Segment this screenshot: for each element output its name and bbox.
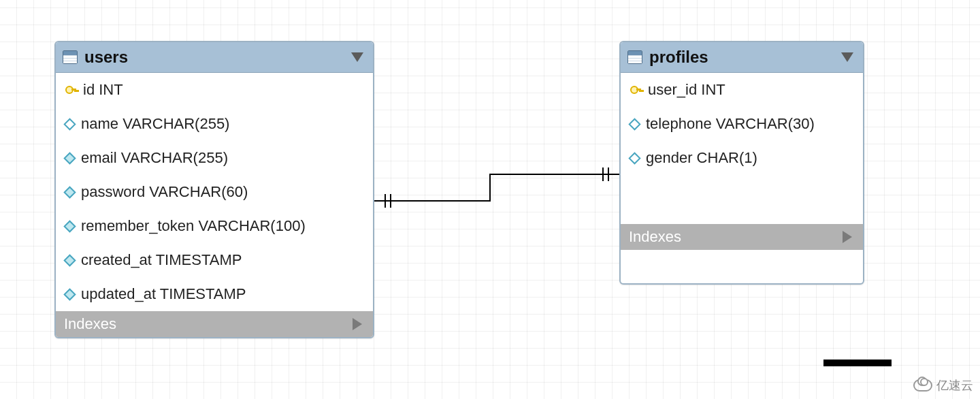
key-icon [65, 84, 76, 95]
column-row[interactable]: remember_token VARCHAR(100) [56, 209, 373, 243]
diamond-icon [628, 118, 640, 130]
column-label: telephone VARCHAR(30) [646, 115, 815, 133]
column-row[interactable]: user_id INT [621, 73, 863, 107]
collapse-icon[interactable] [841, 52, 853, 62]
entity-users-indexes[interactable]: Indexes [56, 311, 373, 337]
watermark: 亿速云 [913, 377, 973, 394]
column-row[interactable]: telephone VARCHAR(30) [621, 107, 863, 141]
entity-users-columns: id INT name VARCHAR(255) email VARCHAR(2… [56, 73, 373, 311]
expand-icon [353, 318, 362, 330]
entity-users[interactable]: users id INT name VARCHAR(255) email VAR… [54, 41, 374, 338]
indexes-label: Indexes [64, 315, 116, 333]
expand-icon [843, 231, 852, 243]
diamond-icon [628, 152, 640, 164]
diamond-icon [63, 118, 76, 130]
relationship-line [374, 170, 621, 225]
column-row[interactable]: name VARCHAR(255) [56, 107, 373, 141]
entity-profiles-indexes[interactable]: Indexes [621, 224, 863, 250]
column-label: gender CHAR(1) [646, 149, 757, 167]
indexes-label: Indexes [629, 228, 681, 246]
diamond-icon [63, 220, 76, 232]
key-icon [630, 84, 641, 95]
column-label: updated_at TIMESTAMP [81, 285, 246, 303]
entity-profiles-title: profiles [649, 48, 708, 67]
column-label: name VARCHAR(255) [81, 115, 229, 133]
entity-profiles-columns: user_id INT telephone VARCHAR(30) gender… [621, 73, 863, 250]
watermark-text: 亿速云 [936, 377, 973, 394]
cloud-icon [913, 379, 932, 392]
column-label: created_at TIMESTAMP [81, 251, 242, 269]
decorative-bar [823, 360, 892, 366]
table-icon [627, 50, 642, 64]
diamond-icon [63, 288, 76, 300]
column-row[interactable]: password VARCHAR(60) [56, 175, 373, 209]
diamond-icon [63, 152, 76, 164]
entity-profiles-header[interactable]: profiles [621, 42, 863, 73]
column-row[interactable]: created_at TIMESTAMP [56, 243, 373, 277]
entity-users-header[interactable]: users [56, 42, 373, 73]
column-row[interactable]: gender CHAR(1) [621, 141, 863, 175]
column-row[interactable]: email VARCHAR(255) [56, 141, 373, 175]
entity-users-title: users [84, 48, 128, 67]
diamond-icon [63, 254, 76, 266]
entity-profiles[interactable]: profiles user_id INT telephone VARCHAR(3… [619, 41, 864, 285]
column-label: id INT [83, 81, 123, 99]
column-label: email VARCHAR(255) [81, 149, 228, 167]
table-icon [63, 50, 78, 64]
column-label: password VARCHAR(60) [81, 183, 248, 201]
column-label: user_id INT [648, 81, 725, 99]
column-label: remember_token VARCHAR(100) [81, 217, 306, 235]
collapse-icon[interactable] [351, 52, 363, 62]
column-row[interactable]: id INT [56, 73, 373, 107]
diamond-icon [63, 186, 76, 198]
erd-canvas[interactable]: users id INT name VARCHAR(255) email VAR… [0, 0, 980, 399]
column-row[interactable]: updated_at TIMESTAMP [56, 277, 373, 311]
